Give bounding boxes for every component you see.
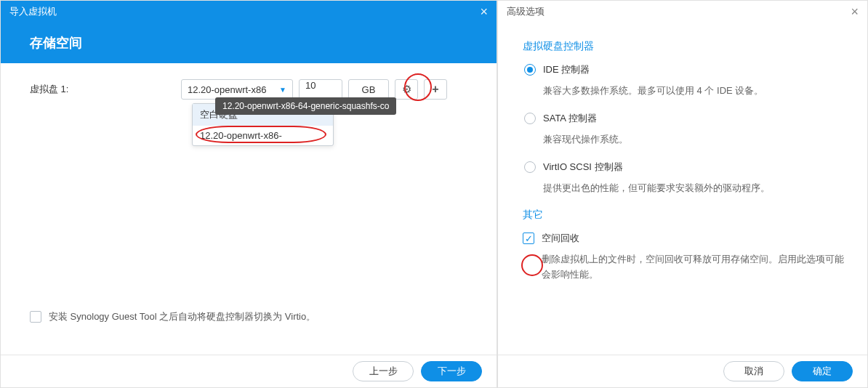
cancel-button[interactable]: 取消 [723, 361, 784, 381]
prev-button[interactable]: 上一步 [353, 361, 414, 381]
radio-icon [524, 64, 536, 76]
advanced-body: 虚拟硬盘控制器 IDE 控制器 兼容大多数操作系统。最多可以使用 4 个 IDE… [498, 23, 867, 355]
controller-desc: 兼容大多数操作系统。最多可以使用 4 个 IDE 设备。 [543, 84, 847, 99]
next-button[interactable]: 下一步 [421, 361, 482, 381]
radio-icon [524, 161, 536, 173]
caret-down-icon: ▼ [279, 86, 286, 94]
advanced-options-dialog: 高级选项 × 虚拟硬盘控制器 IDE 控制器 兼容大多数操作系统。最多可以使用 … [497, 0, 868, 388]
disk-image-select[interactable]: 12.20-openwrt-x86 ▼ [181, 79, 293, 100]
disk-size-unit: GB [348, 79, 389, 100]
controller-option-sata[interactable]: SATA 控制器 [524, 112, 847, 125]
dialog-body: 虚拟盘 1: 12.20-openwrt-x86 ▼ 10 GB ⚙ + 12.… [1, 63, 497, 355]
guest-tool-option: 安装 Synology Guest Tool 之后自动将硬盘控制器切换为 Vir… [30, 310, 467, 323]
space-reclaim-option[interactable]: ✓ 空间回收 [523, 232, 847, 245]
disk-image-value: 12.20-openwrt-x86 [188, 84, 266, 95]
dialog-footer: 上一步 下一步 [1, 355, 497, 387]
guest-tool-checkbox[interactable] [30, 311, 41, 323]
close-icon[interactable]: × [851, 4, 859, 20]
plus-icon[interactable]: + [424, 79, 447, 100]
guest-tool-label: 安装 Synology Guest Tool 之后自动将硬盘控制器切换为 Vir… [49, 310, 316, 323]
virtual-disk-row: 虚拟盘 1: 12.20-openwrt-x86 ▼ 10 GB ⚙ + [30, 79, 467, 100]
controller-label: IDE 控制器 [543, 63, 590, 76]
controller-option-virtio[interactable]: VirtIO SCSI 控制器 [524, 161, 847, 174]
controller-desc: 提供更出色的性能，但可能要求安装额外的驱动程序。 [543, 181, 847, 196]
dropdown-item[interactable]: 12.20-openwrt-x86- [193, 126, 333, 145]
dialog-title: 导入虚拟机 [9, 5, 57, 18]
section-other-title: 其它 [523, 209, 847, 222]
close-icon[interactable]: × [480, 4, 488, 20]
advanced-title: 高级选项 [507, 5, 544, 18]
disk-label: 虚拟盘 1: [30, 83, 175, 96]
space-reclaim-label: 空间回收 [542, 232, 579, 245]
controller-label: VirtIO SCSI 控制器 [543, 161, 623, 174]
advanced-footer: 取消 确定 [498, 355, 867, 387]
radio-icon [524, 113, 536, 124]
gear-icon[interactable]: ⚙ [395, 79, 418, 100]
controller-label: SATA 控制器 [543, 112, 597, 125]
space-reclaim-desc: 删除虚拟机上的文件时，空间回收可释放可用存储空间。启用此选项可能会影响性能。 [542, 252, 847, 283]
ok-button[interactable]: 确定 [792, 361, 853, 381]
controller-option-ide[interactable]: IDE 控制器 [524, 63, 847, 76]
dialog-titlebar: 导入虚拟机 × [1, 1, 497, 23]
dialog-subtitle: 存储空间 [1, 23, 497, 63]
disk-image-tooltip: 12.20-openwrt-x86-64-generic-squashfs-co [215, 97, 396, 115]
section-controller-title: 虚拟硬盘控制器 [523, 40, 847, 53]
space-reclaim-checkbox[interactable]: ✓ [523, 233, 534, 244]
advanced-titlebar: 高级选项 × [498, 1, 867, 23]
controller-desc: 兼容现代操作系统。 [543, 132, 847, 147]
disk-size-input[interactable]: 10 [299, 79, 342, 100]
import-vm-dialog: 导入虚拟机 × 存储空间 虚拟盘 1: 12.20-openwrt-x86 ▼ … [0, 0, 497, 388]
